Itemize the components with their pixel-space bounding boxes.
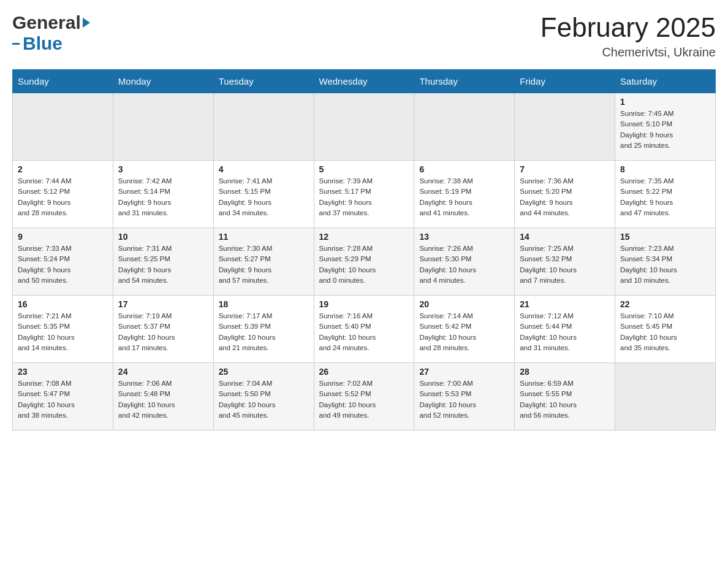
day-info: Sunrise: 7:10 AM Sunset: 5:45 PM Dayligh… xyxy=(620,311,710,353)
day-number: 20 xyxy=(419,299,509,309)
calendar-cell xyxy=(213,93,314,161)
calendar-cell: 22Sunrise: 7:10 AM Sunset: 5:45 PM Dayli… xyxy=(615,296,716,363)
day-number: 18 xyxy=(219,299,309,309)
calendar-cell xyxy=(314,93,414,161)
logo: General Blue xyxy=(12,12,90,54)
day-number: 28 xyxy=(520,367,610,377)
calendar-cell: 17Sunrise: 7:19 AM Sunset: 5:37 PM Dayli… xyxy=(113,296,213,363)
day-info: Sunrise: 7:35 AM Sunset: 5:22 PM Dayligh… xyxy=(620,176,710,218)
day-number: 8 xyxy=(620,164,710,174)
day-info: Sunrise: 7:41 AM Sunset: 5:15 PM Dayligh… xyxy=(219,176,309,218)
calendar-week-3: 9Sunrise: 7:33 AM Sunset: 5:24 PM Daylig… xyxy=(13,228,716,296)
calendar-cell: 8Sunrise: 7:35 AM Sunset: 5:22 PM Daylig… xyxy=(615,161,716,228)
day-header-thursday: Thursday xyxy=(414,70,515,93)
day-info: Sunrise: 7:14 AM Sunset: 5:42 PM Dayligh… xyxy=(419,311,509,353)
day-info: Sunrise: 7:06 AM Sunset: 5:48 PM Dayligh… xyxy=(118,378,208,421)
day-info: Sunrise: 7:04 AM Sunset: 5:50 PM Dayligh… xyxy=(219,378,309,421)
day-number: 5 xyxy=(319,164,409,174)
day-number: 1 xyxy=(620,97,710,107)
day-header-friday: Friday xyxy=(515,70,615,93)
day-info: Sunrise: 7:31 AM Sunset: 5:25 PM Dayligh… xyxy=(118,243,208,286)
day-info: Sunrise: 7:44 AM Sunset: 5:12 PM Dayligh… xyxy=(18,176,108,218)
calendar-cell: 3Sunrise: 7:42 AM Sunset: 5:14 PM Daylig… xyxy=(113,161,213,228)
logo-blue: Blue xyxy=(23,33,63,54)
day-number: 11 xyxy=(219,232,309,242)
day-info: Sunrise: 7:16 AM Sunset: 5:40 PM Dayligh… xyxy=(319,311,409,353)
day-info: Sunrise: 7:17 AM Sunset: 5:39 PM Dayligh… xyxy=(219,311,309,353)
day-number: 13 xyxy=(419,232,509,242)
calendar-cell: 1Sunrise: 7:45 AM Sunset: 5:10 PM Daylig… xyxy=(615,93,716,161)
calendar-cell xyxy=(113,93,213,161)
day-number: 27 xyxy=(419,367,509,377)
logo-triangle-icon xyxy=(83,18,90,28)
calendar-cell: 12Sunrise: 7:28 AM Sunset: 5:29 PM Dayli… xyxy=(314,228,414,296)
day-info: Sunrise: 7:39 AM Sunset: 5:17 PM Dayligh… xyxy=(319,176,409,218)
day-info: Sunrise: 7:33 AM Sunset: 5:24 PM Dayligh… xyxy=(18,243,108,286)
day-header-wednesday: Wednesday xyxy=(314,70,414,93)
day-number: 10 xyxy=(118,232,208,242)
day-info: Sunrise: 7:21 AM Sunset: 5:35 PM Dayligh… xyxy=(18,311,108,353)
calendar-cell: 25Sunrise: 7:04 AM Sunset: 5:50 PM Dayli… xyxy=(213,363,314,431)
day-info: Sunrise: 7:26 AM Sunset: 5:30 PM Dayligh… xyxy=(419,243,509,286)
day-info: Sunrise: 7:00 AM Sunset: 5:53 PM Dayligh… xyxy=(419,378,509,421)
calendar-cell xyxy=(615,363,716,431)
day-number: 21 xyxy=(520,299,610,309)
calendar-cell: 18Sunrise: 7:17 AM Sunset: 5:39 PM Dayli… xyxy=(213,296,314,363)
day-info: Sunrise: 7:23 AM Sunset: 5:34 PM Dayligh… xyxy=(620,243,710,286)
day-number: 9 xyxy=(18,232,108,242)
day-number: 3 xyxy=(118,164,208,174)
day-info: Sunrise: 7:28 AM Sunset: 5:29 PM Dayligh… xyxy=(319,243,409,286)
calendar-cell: 5Sunrise: 7:39 AM Sunset: 5:17 PM Daylig… xyxy=(314,161,414,228)
day-header-monday: Monday xyxy=(113,70,213,93)
day-number: 26 xyxy=(319,367,409,377)
day-number: 6 xyxy=(419,164,509,174)
day-info: Sunrise: 7:12 AM Sunset: 5:44 PM Dayligh… xyxy=(520,311,610,353)
day-header-tuesday: Tuesday xyxy=(213,70,314,93)
calendar-table: SundayMondayTuesdayWednesdayThursdayFrid… xyxy=(12,69,716,431)
calendar-cell: 20Sunrise: 7:14 AM Sunset: 5:42 PM Dayli… xyxy=(414,296,515,363)
day-number: 19 xyxy=(319,299,409,309)
location-subtitle: Chemerivtsi, Ukraine xyxy=(540,45,716,59)
day-info: Sunrise: 7:45 AM Sunset: 5:10 PM Dayligh… xyxy=(620,109,710,151)
day-number: 2 xyxy=(18,164,108,174)
day-info: Sunrise: 7:30 AM Sunset: 5:27 PM Dayligh… xyxy=(219,243,309,286)
calendar-cell: 7Sunrise: 7:36 AM Sunset: 5:20 PM Daylig… xyxy=(515,161,615,228)
calendar-cell: 28Sunrise: 6:59 AM Sunset: 5:55 PM Dayli… xyxy=(515,363,615,431)
calendar-title-section: February 2025 Chemerivtsi, Ukraine xyxy=(540,12,716,59)
day-number: 16 xyxy=(18,299,108,309)
day-number: 15 xyxy=(620,232,710,242)
calendar-header-row: SundayMondayTuesdayWednesdayThursdayFrid… xyxy=(13,70,716,93)
day-header-sunday: Sunday xyxy=(13,70,113,93)
day-info: Sunrise: 7:38 AM Sunset: 5:19 PM Dayligh… xyxy=(419,176,509,218)
calendar-cell: 11Sunrise: 7:30 AM Sunset: 5:27 PM Dayli… xyxy=(213,228,314,296)
day-number: 23 xyxy=(18,367,108,377)
day-info: Sunrise: 7:19 AM Sunset: 5:37 PM Dayligh… xyxy=(118,311,208,353)
calendar-cell: 10Sunrise: 7:31 AM Sunset: 5:25 PM Dayli… xyxy=(113,228,213,296)
calendar-cell: 16Sunrise: 7:21 AM Sunset: 5:35 PM Dayli… xyxy=(13,296,113,363)
calendar-week-5: 23Sunrise: 7:08 AM Sunset: 5:47 PM Dayli… xyxy=(13,363,716,431)
calendar-week-2: 2Sunrise: 7:44 AM Sunset: 5:12 PM Daylig… xyxy=(13,161,716,228)
day-info: Sunrise: 6:59 AM Sunset: 5:55 PM Dayligh… xyxy=(520,378,610,421)
month-title: February 2025 xyxy=(540,12,716,43)
calendar-cell: 26Sunrise: 7:02 AM Sunset: 5:52 PM Dayli… xyxy=(314,363,414,431)
logo-general: General xyxy=(12,12,81,33)
day-number: 17 xyxy=(118,299,208,309)
calendar-cell: 13Sunrise: 7:26 AM Sunset: 5:30 PM Dayli… xyxy=(414,228,515,296)
calendar-cell xyxy=(515,93,615,161)
day-info: Sunrise: 7:36 AM Sunset: 5:20 PM Dayligh… xyxy=(520,176,610,218)
calendar-cell: 4Sunrise: 7:41 AM Sunset: 5:15 PM Daylig… xyxy=(213,161,314,228)
calendar-week-4: 16Sunrise: 7:21 AM Sunset: 5:35 PM Dayli… xyxy=(13,296,716,363)
calendar-cell xyxy=(13,93,113,161)
calendar-cell: 24Sunrise: 7:06 AM Sunset: 5:48 PM Dayli… xyxy=(113,363,213,431)
calendar-cell: 15Sunrise: 7:23 AM Sunset: 5:34 PM Dayli… xyxy=(615,228,716,296)
day-number: 4 xyxy=(219,164,309,174)
calendar-cell: 27Sunrise: 7:00 AM Sunset: 5:53 PM Dayli… xyxy=(414,363,515,431)
day-number: 24 xyxy=(118,367,208,377)
day-header-saturday: Saturday xyxy=(615,70,716,93)
calendar-week-1: 1Sunrise: 7:45 AM Sunset: 5:10 PM Daylig… xyxy=(13,93,716,161)
calendar-cell: 19Sunrise: 7:16 AM Sunset: 5:40 PM Dayli… xyxy=(314,296,414,363)
day-number: 22 xyxy=(620,299,710,309)
calendar-cell xyxy=(414,93,515,161)
calendar-cell: 23Sunrise: 7:08 AM Sunset: 5:47 PM Dayli… xyxy=(13,363,113,431)
calendar-cell: 6Sunrise: 7:38 AM Sunset: 5:19 PM Daylig… xyxy=(414,161,515,228)
